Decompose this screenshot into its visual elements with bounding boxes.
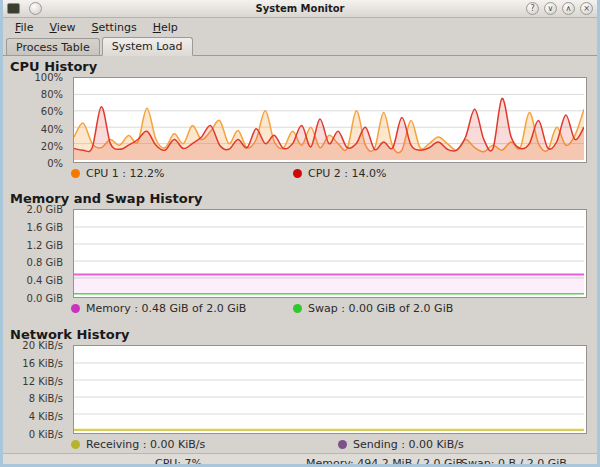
sending-legend-item: Sending : 0.00 KiB/s (338, 438, 464, 451)
y-tick-label: 0.4 GiB (27, 275, 63, 286)
status-swap: Swap: 0 B / 2.0 GiB (461, 457, 567, 467)
receiving-color-dot (71, 440, 80, 449)
network-legend: Receiving : 0.00 KiB/s Sending : 0.00 Ki… (3, 438, 597, 453)
y-tick-label: 40% (41, 123, 63, 134)
system-load-page: CPU History 100%80%60%40%20%0% CPU 1 : 1… (3, 56, 597, 453)
cpu2-legend-item: CPU 2 : 14.0% (293, 167, 387, 180)
memory-legend-item: Memory : 0.48 GiB of 2.0 GiB (71, 302, 246, 315)
y-tick-label: 100% (34, 72, 63, 83)
titlebar[interactable]: System Monitor ? ∨ ∧ × (3, 0, 597, 18)
memory-legend: Memory : 0.48 GiB of 2.0 GiB Swap : 0.00… (3, 302, 597, 317)
memory-y-axis: 2.0 GiB1.6 GiB1.2 GiB0.8 GiB0.4 GiB0.0 G… (6, 209, 66, 298)
y-tick-label: 4 KiB/s (29, 411, 63, 422)
receiving-legend-label: Receiving : 0.00 KiB/s (86, 438, 205, 451)
status-memory: Memory: 494.2 MiB / 2.0 GiB (306, 457, 463, 467)
menu-file[interactable]: File (7, 20, 41, 35)
minimize-button[interactable]: ∨ (544, 2, 557, 15)
receiving-legend-item: Receiving : 0.00 KiB/s (71, 438, 205, 451)
window-menu-button[interactable] (29, 2, 42, 15)
cpu2-legend-label: CPU 2 : 14.0% (308, 167, 387, 180)
swap-color-dot (293, 304, 302, 313)
y-tick-label: 80% (41, 89, 63, 100)
memory-plot-area (73, 209, 587, 298)
swap-legend-item: Swap : 0.00 GiB of 2.0 GiB (293, 302, 453, 315)
menubar: File View Settings Help (3, 18, 597, 36)
y-tick-label: 20 KiB/s (22, 340, 63, 351)
network-history-title: Network History (10, 327, 597, 342)
memory-color-dot (71, 304, 80, 313)
window-title: System Monitor (3, 3, 597, 14)
help-window-button[interactable]: ? (526, 2, 539, 15)
system-monitor-window: System Monitor ? ∨ ∧ × File View Setting… (0, 0, 600, 467)
cpu-history-title: CPU History (10, 59, 597, 74)
network-y-axis: 20 KiB/s16 KiB/s12 KiB/s8 KiB/s4 KiB/s0 … (6, 345, 66, 434)
cpu1-legend-label: CPU 1 : 12.2% (86, 167, 165, 180)
network-history-chart: 20 KiB/s16 KiB/s12 KiB/s8 KiB/s4 KiB/s0 … (73, 345, 587, 434)
cpu-history-chart: 100%80%60%40%20%0% (73, 77, 587, 163)
y-tick-label: 12 KiB/s (22, 375, 63, 386)
menu-settings[interactable]: Settings (84, 20, 145, 35)
status-bar: CPU: 7% Memory: 494.2 MiB / 2.0 GiB Swap… (3, 453, 597, 467)
cpu1-legend-item: CPU 1 : 12.2% (71, 167, 165, 180)
tab-bar: Process Table System Load (3, 36, 597, 56)
status-cpu: CPU: 7% (155, 457, 202, 467)
y-tick-label: 1.6 GiB (27, 221, 63, 232)
y-tick-label: 8 KiB/s (29, 393, 63, 404)
y-tick-label: 2.0 GiB (27, 204, 63, 215)
cpu-y-axis: 100%80%60%40%20%0% (6, 77, 66, 163)
swap-legend-label: Swap : 0.00 GiB of 2.0 GiB (308, 302, 453, 315)
sending-color-dot (338, 440, 347, 449)
cpu1-color-dot (71, 169, 80, 178)
close-button[interactable]: × (580, 2, 593, 15)
y-tick-label: 60% (41, 106, 63, 117)
y-tick-label: 1.2 GiB (27, 239, 63, 250)
network-plot-area (73, 345, 587, 434)
memory-legend-label: Memory : 0.48 GiB of 2.0 GiB (86, 302, 246, 315)
memory-swap-history-title: Memory and Swap History (10, 191, 597, 206)
menu-view[interactable]: View (41, 20, 83, 35)
cpu2-color-dot (293, 169, 302, 178)
tab-process-table[interactable]: Process Table (6, 38, 100, 55)
y-tick-label: 16 KiB/s (22, 357, 63, 368)
sending-legend-label: Sending : 0.00 KiB/s (353, 438, 464, 451)
cpu-plot-area (73, 77, 587, 163)
y-tick-label: 0.8 GiB (27, 257, 63, 268)
maximize-button[interactable]: ∧ (562, 2, 575, 15)
menu-help[interactable]: Help (145, 20, 186, 35)
cpu-legend: CPU 1 : 12.2% CPU 2 : 14.0% (3, 167, 597, 182)
tab-system-load[interactable]: System Load (102, 37, 193, 56)
y-tick-label: 20% (41, 140, 63, 151)
memory-swap-chart: 2.0 GiB1.6 GiB1.2 GiB0.8 GiB0.4 GiB0.0 G… (73, 209, 587, 298)
